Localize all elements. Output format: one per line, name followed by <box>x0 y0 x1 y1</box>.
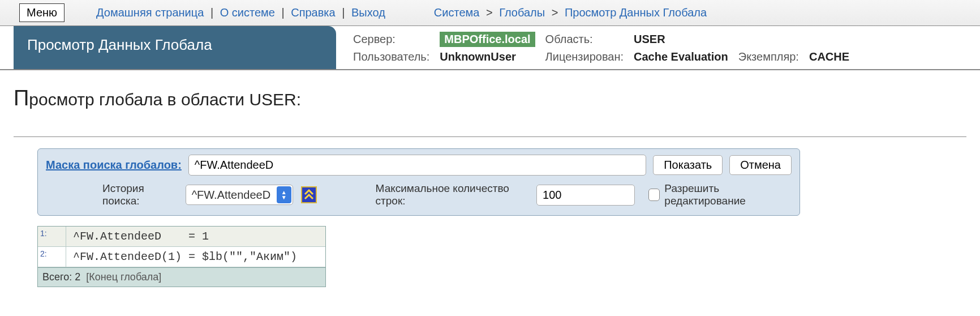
license-label: Лицензирован: <box>545 50 624 63</box>
row-number: 2: <box>38 247 66 267</box>
search-mask-input[interactable] <box>188 155 646 176</box>
allow-edit-checkbox[interactable] <box>648 189 660 201</box>
main-heading: Просмотр глобала в области USER: <box>0 70 980 116</box>
results-footer: Всего: 2 [Конец глобала] <box>38 267 325 287</box>
nav-help[interactable]: Справка <box>291 6 335 19</box>
search-panel: Маска поиска глобалов: Показать Отмена И… <box>37 148 800 216</box>
breadcrumb: Система > Глобалы > Просмотр Данных Глоб… <box>434 6 707 19</box>
row-value: ^FW.AttendeeD(1) = $lb("","Аким") <box>66 247 325 267</box>
server-label: Сервер: <box>353 33 429 46</box>
end-of-global: [Конец глобала] <box>86 271 161 283</box>
server-info: Сервер: MBPOffice.local Область: USER По… <box>336 26 849 69</box>
results-table: 1: ^FW.AttendeeD = 1 2: ^FW.AttendeeD(1)… <box>37 226 326 287</box>
nav-logout[interactable]: Выход <box>351 6 385 19</box>
history-label: История поиска: <box>102 182 178 207</box>
double-chevron-up-icon <box>304 189 314 200</box>
separator <box>14 136 966 137</box>
move-up-button[interactable] <box>301 186 317 203</box>
instance-label: Экземпляр: <box>738 50 799 63</box>
table-row: 2: ^FW.AttendeeD(1) = $lb("","Аким") <box>38 247 325 267</box>
nav-separator: | <box>210 6 213 19</box>
row-value: ^FW.AttendeeD = 1 <box>66 227 325 246</box>
namespace-value: USER <box>634 33 728 46</box>
nav-separator: | <box>342 6 345 19</box>
namespace-label: Область: <box>545 33 624 46</box>
maxrows-label: Максимальное количество строк: <box>376 182 528 207</box>
show-button[interactable]: Показать <box>653 155 723 175</box>
history-select[interactable]: ^FW.AttendeeD ▲▼ <box>186 185 293 205</box>
table-row: 1: ^FW.AttendeeD = 1 <box>38 227 325 247</box>
nav-about[interactable]: О системе <box>220 6 275 19</box>
search-mask-link[interactable]: Маска поиска глобалов: <box>46 159 182 172</box>
breadcrumb-view[interactable]: Просмотр Данных Глобала <box>565 6 707 19</box>
breadcrumb-globals[interactable]: Глобалы <box>499 6 545 19</box>
user-label: Пользователь: <box>353 50 429 63</box>
menu-button[interactable]: Меню <box>19 3 65 22</box>
total-count: Всего: 2 <box>42 271 80 283</box>
page-title: Просмотр Данных Глобала <box>14 26 336 69</box>
license-value: Cache Evaluation <box>634 50 728 63</box>
maxrows-input[interactable] <box>536 185 635 206</box>
history-selected-value: ^FW.AttendeeD <box>192 189 276 202</box>
server-value: MBPOffice.local <box>440 32 535 47</box>
breadcrumb-system[interactable]: Система <box>434 6 480 19</box>
nav-home[interactable]: Домашняя страница <box>96 6 204 19</box>
row-number: 1: <box>38 227 66 246</box>
cancel-button[interactable]: Отмена <box>729 155 792 175</box>
instance-value: CACHE <box>809 50 849 63</box>
select-arrows-icon: ▲▼ <box>277 186 291 203</box>
nav-separator: | <box>281 6 284 19</box>
allow-edit-label: Разрешить редактирование <box>664 182 792 207</box>
user-value: UnknownUser <box>440 50 535 63</box>
